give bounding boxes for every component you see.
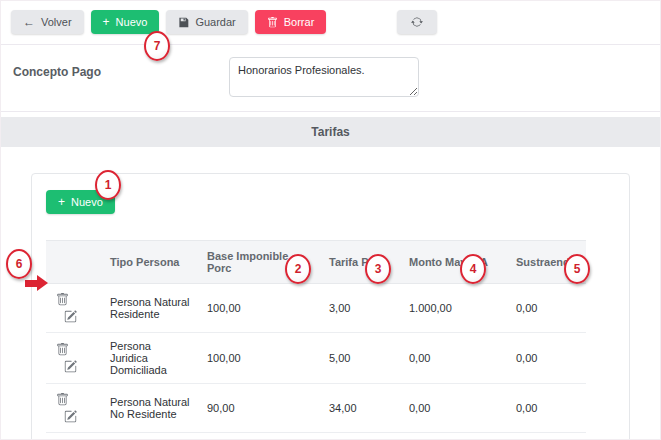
cell-sustraendo: 0,00 [508,333,586,384]
nuevo-button-label: Nuevo [116,16,148,28]
row-edit-button[interactable] [62,358,79,375]
arrow-left-icon: ← [23,17,35,27]
cell-monto-mayor: 0,00 [401,433,508,440]
concepto-pago-label: Concepto Pago [13,57,229,79]
cell-tipo-persona: Persona Juridica No Domiciliada [102,433,199,440]
table-row: Persona Juridica Domiciliada 100,00 5,00… [46,333,586,384]
tarifas-nuevo-button-label: Nuevo [71,196,103,208]
header-monto-mayor: Monto Mayor A [401,241,508,284]
cell-tipo-persona: Persona Natural No Residente [102,384,199,433]
cell-monto-mayor: 0,00 [401,333,508,384]
plus-icon: + [58,197,65,207]
row-edit-button[interactable] [62,308,79,325]
volver-button[interactable]: ← Volver [11,10,84,34]
cell-monto-mayor: 0,00 [401,384,508,433]
refresh-button[interactable] [397,10,437,34]
save-icon [178,17,189,28]
tarifas-table: Tipo Persona Base Imponible Porc Tarifa … [46,240,586,440]
guardar-button[interactable]: Guardar [166,10,247,34]
cell-sustraendo: 0,00 [508,284,586,333]
cell-sustraendo: 0,00 [508,384,586,433]
callout-6: 6 [6,249,32,279]
row-delete-button[interactable] [54,391,71,408]
table-header-row: Tipo Persona Base Imponible Porc Tarifa … [46,241,586,284]
borrar-button[interactable]: Borrar [255,10,327,34]
cell-tipo-persona: Persona Juridica Domiciliada [102,333,199,384]
cell-tipo-persona: Persona Natural Residente [102,284,199,333]
refresh-icon [411,16,423,28]
trash-icon [56,343,69,356]
trash-icon [56,293,69,306]
cell-base-imponible: 100,00 [199,284,321,333]
callout-4: 4 [460,254,486,284]
edit-icon [64,360,77,373]
volver-button-label: Volver [41,16,72,28]
callout-2: 2 [285,254,311,284]
annotation-arrow-icon [25,275,48,291]
cell-sustraendo: 0,00 [508,433,586,440]
tarifas-card: + Nuevo Tipo Persona Base Imponible Porc… [31,173,630,440]
nuevo-button[interactable]: + Nuevo [91,10,160,34]
concepto-pago-section: Concepto Pago Honorarios Profesionales. [1,45,660,112]
table-row: Persona Natural Residente 100,00 3,00 1.… [46,284,586,333]
cell-tarifa-porc: 3,00 [321,284,401,333]
callout-7: 7 [144,31,170,61]
trash-icon [267,17,278,28]
cell-tarifa-porc: 1,00 [321,433,401,440]
header-tipo-persona: Tipo Persona [102,241,199,284]
callout-1: 1 [95,170,121,200]
edit-icon [64,410,77,423]
cell-base-imponible: 90,00 [199,433,321,440]
plus-icon: + [103,17,110,27]
cell-base-imponible: 100,00 [199,333,321,384]
callout-3: 3 [365,254,391,284]
cell-base-imponible: 90,00 [199,384,321,433]
concepto-pago-input[interactable]: Honorarios Profesionales. [229,57,419,97]
row-delete-button[interactable] [54,341,71,358]
borrar-button-label: Borrar [284,16,315,28]
table-row: Persona Natural No Residente 90,00 34,00… [46,384,586,433]
header-actions [46,241,102,284]
trash-icon [56,393,69,406]
edit-icon [64,310,77,323]
cell-tarifa-porc: 34,00 [321,384,401,433]
top-toolbar: ← Volver + Nuevo Guardar Borrar [1,1,660,45]
guardar-button-label: Guardar [195,16,235,28]
table-row: Persona Juridica No Domiciliada 90,00 1,… [46,433,586,440]
callout-5: 5 [564,254,590,284]
tarifas-section-title: Tarifas [1,117,660,147]
row-edit-button[interactable] [62,408,79,425]
row-delete-button[interactable] [54,291,71,308]
cell-monto-mayor: 1.000,00 [401,284,508,333]
cell-tarifa-porc: 5,00 [321,333,401,384]
